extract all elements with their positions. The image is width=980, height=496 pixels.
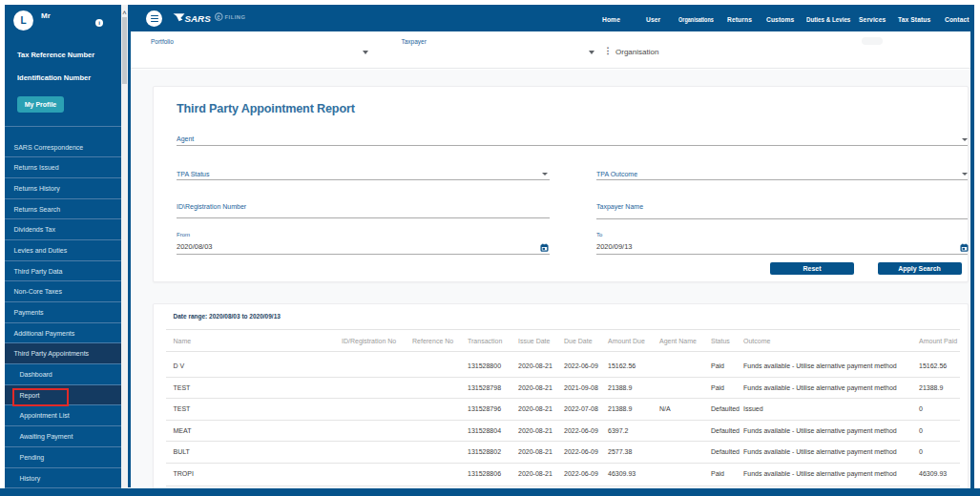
svg-text:FILING: FILING [225,14,246,20]
svg-text:e: e [217,13,220,20]
svg-text:SARS: SARS [185,13,212,24]
